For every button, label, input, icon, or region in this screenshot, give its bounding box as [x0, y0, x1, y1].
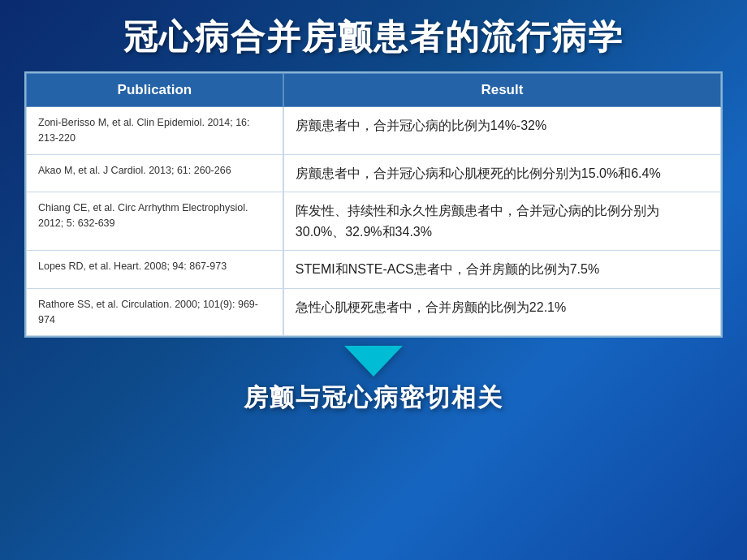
- table-row: Akao M, et al. J Cardiol. 2013; 61: 260-…: [27, 154, 721, 192]
- conclusion-text: 房颤与冠心病密切相关: [244, 381, 503, 415]
- cell-result: 阵发性、持续性和永久性房颤患者中，合并冠心病的比例分别为30.0%、32.9%和…: [283, 192, 721, 251]
- cell-publication: Chiang CE, et al. Circ Arrhythm Electrop…: [27, 192, 283, 251]
- data-table-container: Publication Result Zoni-Berisso M, et al…: [24, 71, 723, 338]
- page-title: 冠心病合并房颤患者的流行病学: [24, 15, 723, 60]
- cell-publication: Akao M, et al. J Cardiol. 2013; 61: 260-…: [27, 154, 283, 192]
- table-row: Chiang CE, et al. Circ Arrhythm Electrop…: [27, 192, 721, 251]
- publication-table: Publication Result Zoni-Berisso M, et al…: [26, 73, 721, 336]
- cell-result: 急性心肌梗死患者中，合并房颤的比例为22.1%: [283, 288, 721, 336]
- col-result: Result: [283, 74, 721, 107]
- title-area: 冠心病合并房颤患者的流行病学: [0, 0, 747, 71]
- cell-result: 房颤患者中，合并冠心病和心肌梗死的比例分别为15.0%和6.4%: [283, 154, 721, 192]
- cell-publication: Zoni-Berisso M, et al. Clin Epidemiol. 2…: [27, 107, 283, 155]
- table-row: Rathore SS, et al. Circulation. 2000; 10…: [27, 288, 721, 336]
- cell-publication: Rathore SS, et al. Circulation. 2000; 10…: [27, 288, 283, 336]
- cell-result: 房颤患者中，合并冠心病的比例为14%-32%: [283, 107, 721, 155]
- table-row: Lopes RD, et al. Heart. 2008; 94: 867-97…: [27, 251, 721, 289]
- cell-result: STEMI和NSTE-ACS患者中，合并房颤的比例为7.5%: [283, 251, 721, 289]
- down-arrow-icon: [344, 346, 403, 377]
- table-row: Zoni-Berisso M, et al. Clin Epidemiol. 2…: [27, 107, 721, 155]
- bottom-area: 房颤与冠心病密切相关: [0, 338, 747, 415]
- col-publication: Publication: [27, 74, 283, 107]
- table-header-row: Publication Result: [27, 74, 721, 107]
- cell-publication: Lopes RD, et al. Heart. 2008; 94: 867-97…: [27, 251, 283, 289]
